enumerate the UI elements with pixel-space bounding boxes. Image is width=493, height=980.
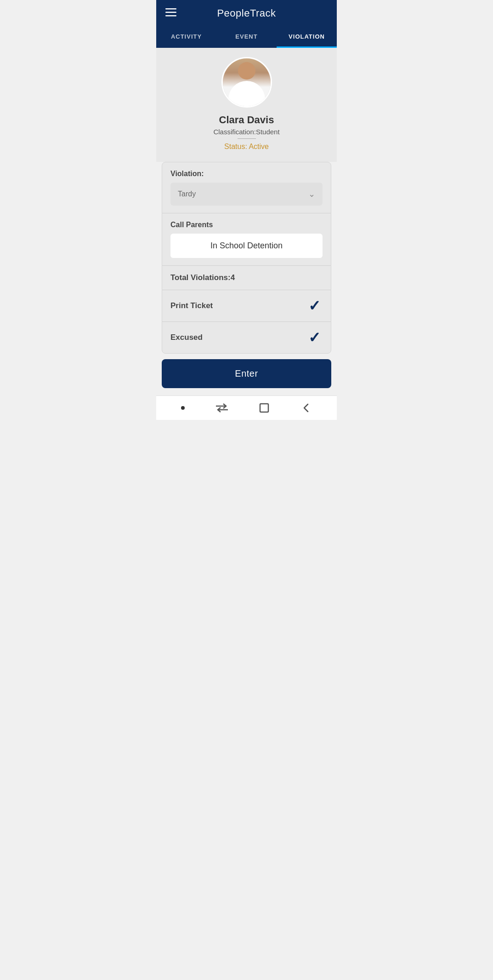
violation-value: Tardy	[178, 190, 196, 198]
detention-value: In School Detention	[170, 234, 323, 258]
tab-violation[interactable]: VIOLATION	[277, 27, 337, 46]
tab-bar: ACTIVITY EVENT VIOLATION	[156, 27, 337, 48]
person-classification: Classification:Student	[213, 128, 279, 136]
avatar-image	[223, 58, 271, 106]
tab-activity[interactable]: ACTIVITY	[156, 27, 216, 46]
violation-label: Violation:	[170, 170, 323, 178]
excused-section: Excused ✓	[162, 322, 331, 353]
hamburger-icon[interactable]	[165, 8, 176, 19]
total-violations-label: Total Violations:4	[170, 273, 323, 282]
nav-home[interactable]	[259, 402, 270, 413]
nav-dot[interactable]	[181, 406, 185, 410]
print-ticket-section: Print Ticket ✓	[162, 290, 331, 322]
bottom-nav	[156, 395, 337, 420]
tab-event[interactable]: EVENT	[216, 27, 277, 46]
print-ticket-checkbox[interactable]: ✓	[306, 298, 323, 314]
back-icon	[301, 402, 312, 413]
print-ticket-row: Print Ticket ✓	[170, 298, 323, 314]
avatar	[221, 57, 272, 108]
excused-checkbox[interactable]: ✓	[306, 329, 323, 346]
svg-rect-1	[165, 11, 176, 13]
home-icon	[259, 402, 270, 413]
phone-container: PeopleTrack ACTIVITY EVENT VIOLATION Cla…	[156, 0, 337, 420]
svg-rect-0	[165, 8, 176, 10]
header: PeopleTrack	[156, 0, 337, 27]
excused-checkmark-icon: ✓	[308, 330, 321, 345]
form-card: Violation: Tardy ⌄ Call Parents In Schoo…	[162, 162, 331, 354]
call-parents-section: Call Parents In School Detention	[162, 213, 331, 266]
enter-button[interactable]: Enter	[162, 359, 331, 388]
chevron-down-icon: ⌄	[308, 189, 315, 199]
nav-back[interactable]	[301, 402, 312, 413]
divider	[238, 138, 256, 139]
profile-section: Clara Davis Classification:Student Statu…	[156, 48, 337, 162]
dot-icon	[181, 406, 185, 410]
svg-rect-2	[165, 15, 176, 17]
violation-dropdown[interactable]: Tardy ⌄	[170, 183, 323, 206]
checkmark-icon: ✓	[308, 298, 321, 313]
nav-transfer[interactable]	[216, 403, 228, 413]
svg-rect-5	[260, 404, 268, 412]
app-title: PeopleTrack	[217, 7, 276, 19]
excused-row: Excused ✓	[170, 329, 323, 346]
total-violations-section: Total Violations:4	[162, 266, 331, 290]
transfer-icon	[216, 403, 228, 413]
person-name: Clara Davis	[219, 114, 274, 126]
violation-section: Violation: Tardy ⌄	[162, 162, 331, 213]
excused-label: Excused	[170, 333, 203, 342]
call-parents-label: Call Parents	[170, 221, 323, 229]
status-badge: Status: Active	[224, 143, 269, 151]
print-ticket-label: Print Ticket	[170, 301, 213, 310]
